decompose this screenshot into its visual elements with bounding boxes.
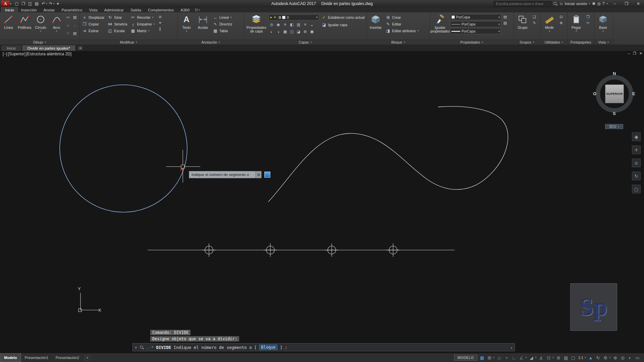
medir-button[interactable]: Medir ▾ [542,13,557,39]
undo-icon-caret[interactable]: ▾ [46,2,47,5]
pegar-caret-icon[interactable]: ▾ [576,30,577,33]
layer-isolate-icon[interactable]: ◉ [275,22,281,27]
ribbon-state-icon[interactable]: ⊡ [195,8,198,12]
panel-label-grupos[interactable]: Grupos▾ [514,40,540,45]
ungroup-icon[interactable]: ❏ [531,14,537,20]
open-file-icon[interactable]: ❐ [20,1,26,7]
osnap-icon-caret[interactable]: ▾ [552,356,554,359]
panel-label-capas[interactable]: Capas▾ [244,40,367,45]
annotation-monitor-icon[interactable]: ⊕ [613,355,618,361]
panel-label-propiedades[interactable]: Propiedades▾ [430,40,514,45]
establecer-actual-button[interactable]: ✓Establecer como actual [320,14,366,20]
simetria-button[interactable]: ⋈Simetría [106,21,128,27]
compass-north[interactable]: N [613,71,616,76]
doc-restore-icon[interactable]: ❐ [633,51,636,56]
close-button[interactable]: ✕ [633,0,643,7]
editar-atributos-button[interactable]: ◨Editar atributos▾ [384,27,420,34]
recortar-button[interactable]: ✂Recortar▾ [129,14,156,20]
search-icon[interactable] [553,2,557,6]
panel-label-bloque[interactable]: Bloque▾ [367,40,430,45]
ortho-icon[interactable]: ∟ [512,355,517,361]
erase-tool-icon[interactable]: ⊘ [157,14,163,20]
layer-delete-icon[interactable]: ◪ [296,29,302,34]
insertar-button[interactable]: Insertar [368,13,383,39]
snap-icon[interactable]: ⊞ [487,355,492,361]
polilinea-button[interactable]: Polilínea [17,13,32,39]
compass-south[interactable]: S [613,111,616,116]
help-caret-icon[interactable]: ▾ [606,2,608,5]
snap-icon-caret[interactable]: ▾ [493,356,495,359]
ribbon-tab-administrar[interactable]: Administrar [101,7,127,12]
polar-tracking-icon[interactable]: ∠ [519,355,524,361]
panel-label-portapapeles[interactable]: Portapapeles [568,40,594,45]
panel-label-anotacion[interactable]: Anotación▾ [178,40,244,45]
properties-list-icon[interactable]: ▤ [502,14,508,20]
point-tool-icon[interactable]: ∷ [65,31,71,36]
tabla-button[interactable]: ▦Tabla [212,27,233,34]
copiar-button[interactable]: ❐Copiar [81,21,105,27]
escala-button[interactable]: ◱Escala [106,27,128,34]
hatch-tool-icon[interactable]: ▨ [72,14,78,20]
layer-freeze-icon[interactable]: ✳ [282,22,288,27]
osnap-icon[interactable]: ⊡ [546,355,551,361]
rectangle-tool-icon[interactable]: ▭ [65,14,71,20]
a360-connect-icon[interactable]: ◎ [597,1,600,6]
base-caret-icon[interactable]: ▾ [602,30,604,33]
workspace-icon[interactable]: ⚙ [603,355,608,361]
search-input[interactable] [494,1,551,7]
panel-label-vista[interactable]: Vista▾ [594,40,613,45]
igualar-capa-button[interactable]: ◪Igualar capa [320,21,348,28]
signin-button[interactable]: ☺ Iniciar sesión ▾ [559,1,590,6]
texto-button[interactable]: A Texto ▾ [179,13,194,39]
command-tools-icon[interactable] [140,345,144,350]
texto-caret-icon[interactable]: ▾ [186,30,187,33]
medir-caret-icon[interactable]: ▾ [549,30,550,33]
ribbon-tab-insercion[interactable]: Inserción [18,7,40,12]
graphics-performance-icon[interactable]: ◐ [628,355,633,361]
region-tool-icon[interactable]: ◌ [72,22,78,28]
isodraft-icon[interactable]: ◢ [529,355,534,361]
ribbon-tab-parametrico[interactable]: Paramétrico [58,7,86,12]
directriz-button[interactable]: ↖Directriz [212,21,233,27]
acotar-button[interactable]: Acotar [195,13,211,39]
steering-wheel-icon[interactable]: ◉ [632,132,641,141]
panel-label-modificar[interactable]: Modificar▾ [80,40,177,45]
empalme-button[interactable]: ╭Empalme▾ [129,21,156,27]
redo-icon-caret[interactable]: ▾ [53,2,55,5]
circulo-caret-icon[interactable]: ▾ [40,30,41,33]
layout-tab-presentacion2[interactable]: Presentación2 [52,353,83,362]
command-line[interactable]: ✕ .·* DIVIDE Indique el número de segmen… [132,343,515,351]
file-tab-inicio[interactable]: Inicio [1,45,21,51]
layer-lock-icon[interactable]: ◧ [289,22,295,27]
layer-off-icon[interactable]: ◎ [269,22,275,27]
spline-entity[interactable] [268,107,508,202]
layer-vpfreeze-icon[interactable]: ▩ [282,29,288,34]
grid-icon[interactable]: ▦ [480,355,485,361]
editar-atributos-caret-icon[interactable]: ▾ [418,29,419,32]
help-icon[interactable]: ? [602,1,605,6]
command-option-bloque[interactable]: Bloque [259,345,277,350]
annotation-visibility-icon[interactable]: ▲ [588,355,593,361]
circle-entity[interactable] [60,85,187,212]
restore-button[interactable]: ❐ [622,0,632,7]
layout-tab-presentacion1[interactable]: Presentación1 [21,353,52,362]
file-tab-active-document[interactable]: Dividir en partes iguales* [22,45,76,51]
compass-west[interactable]: O [593,91,596,96]
matriz-button[interactable]: ▦Matriz▾ [129,27,156,34]
girar-button[interactable]: ↻Girar [106,14,128,20]
igualar-propiedades-button[interactable]: Igualar propiedades [431,13,449,39]
ribbon-state-caret-icon[interactable]: ▾ [199,9,200,11]
doc-close-icon[interactable]: ✕ [639,51,642,56]
selection-cycling-icon[interactable]: ▢ [571,355,576,361]
clean-screen-icon[interactable]: ▭ [635,355,640,361]
id-point-icon[interactable]: ⊕ [558,20,564,26]
layer-walk-icon[interactable]: ◑ [275,29,281,34]
model-space-canvas[interactable]: Y X [−] [Superior] [Estructura alámbrica… [0,51,644,353]
viewcube-top-face[interactable]: SUPERIOR [605,84,624,103]
layer-state-icon[interactable]: ▣ [309,29,315,34]
isodraft-icon-caret[interactable]: ▾ [535,356,537,359]
ribbon-tab-inicio[interactable]: Inicio [1,7,18,12]
ellipse-tool-icon[interactable]: ○ [65,22,71,28]
plot-icon[interactable]: ▤ [34,1,40,7]
gradient-tool-icon[interactable]: ▧ [72,31,78,36]
